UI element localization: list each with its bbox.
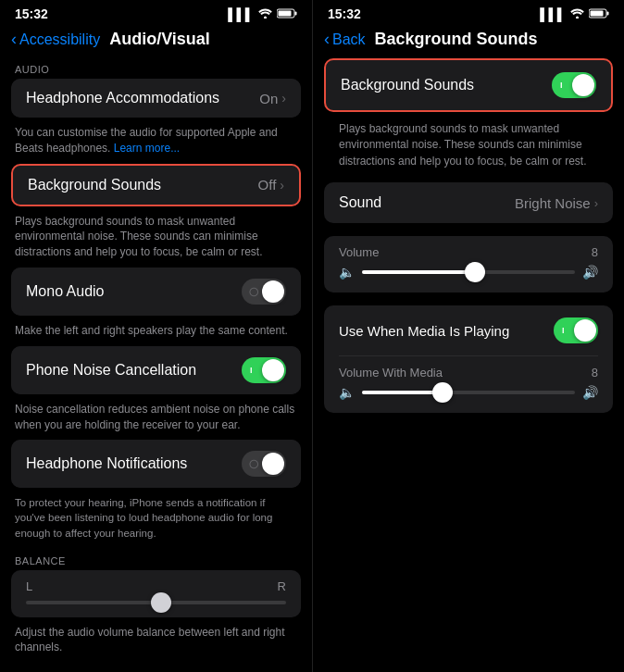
svg-point-4 <box>576 16 579 19</box>
left-panel: 15:32 ▌▌▌ ‹ Accessibility Audio/Visual A… <box>0 0 312 672</box>
headphone-notifications-card: Headphone Notifications ◯ <box>11 440 301 488</box>
volume-with-media-track[interactable] <box>362 391 575 394</box>
sound-chevron: › <box>594 196 598 210</box>
main-background-sounds-toggle[interactable]: I <box>552 72 596 98</box>
mono-audio-card: Mono Audio ◯ <box>11 268 301 316</box>
background-sounds-chevron: › <box>280 178 284 193</box>
battery-icon <box>277 7 297 21</box>
volume-with-media-value: 8 <box>592 366 598 380</box>
phone-noise-label: Phone Noise Cancellation <box>26 362 196 379</box>
volume-track[interactable] <box>362 270 575 274</box>
svg-rect-7 <box>591 10 604 16</box>
balance-label-row: L R <box>26 579 286 593</box>
svg-rect-3 <box>279 10 292 16</box>
right-back-button[interactable]: ‹ Back <box>324 30 366 49</box>
headphone-accommodations-value: On › <box>259 91 286 106</box>
volume-card: Volume 8 🔈 🔊 <box>324 236 613 292</box>
balance-container: L R <box>11 570 301 617</box>
background-sounds-value: Off › <box>258 177 284 193</box>
balance-section-header: BALANCE <box>0 548 312 570</box>
svg-rect-6 <box>607 11 609 15</box>
volume-thumb[interactable] <box>465 262 485 282</box>
left-time: 15:32 <box>15 6 48 21</box>
phone-noise-row[interactable]: Phone Noise Cancellation I <box>11 346 301 394</box>
headphone-accommodations-desc: You can customise the audio for supporte… <box>0 121 312 164</box>
volume-with-media-thumb[interactable] <box>432 382 453 403</box>
svg-point-0 <box>264 16 267 19</box>
right-wifi-icon <box>570 7 584 21</box>
background-sounds-label: Background Sounds <box>28 177 161 193</box>
right-back-label[interactable]: Back <box>332 31 366 48</box>
balance-card: L R <box>11 570 301 617</box>
headphone-accommodations-row[interactable]: Headphone Accommodations On › <box>11 79 301 118</box>
headphone-accommodations-chevron: › <box>281 91 286 106</box>
headphone-notifications-toggle[interactable]: ◯ <box>242 451 286 477</box>
headphone-notifications-row[interactable]: Headphone Notifications ◯ <box>11 440 301 488</box>
balance-left-label: L <box>26 579 32 593</box>
left-back-label[interactable]: Accessibility <box>19 31 100 48</box>
right-page-desc: Plays background sounds to mask unwanted… <box>324 118 613 177</box>
learn-more-link[interactable]: Learn more... <box>114 142 180 155</box>
wifi-icon <box>258 7 272 21</box>
balance-thumb[interactable] <box>151 592 171 613</box>
svg-rect-2 <box>295 11 297 15</box>
volume-label-row: Volume 8 <box>339 245 598 259</box>
left-back-chevron: ‹ <box>11 30 17 49</box>
right-signal-icon: ▌▌▌ <box>540 7 566 21</box>
volume-container: Volume 8 🔈 🔊 <box>324 236 613 292</box>
mono-audio-toggle[interactable]: ◯ <box>242 279 286 305</box>
mono-audio-row[interactable]: Mono Audio ◯ <box>11 268 301 316</box>
use-when-media-card: Use When Media Is Playing I Volume With … <box>324 305 613 413</box>
phone-noise-toggle[interactable]: I <box>242 357 286 383</box>
background-sounds-desc: Plays background sounds to mask unwanted… <box>0 210 312 268</box>
left-status-bar: 15:32 ▌▌▌ <box>0 0 312 26</box>
right-time: 15:32 <box>328 6 361 21</box>
background-sounds-card: Background Sounds Off › <box>11 164 301 206</box>
volume-with-media-high-icon: 🔊 <box>582 385 598 400</box>
volume-with-media-label-row: Volume With Media 8 <box>339 366 598 380</box>
headphone-notifications-desc: To protect your hearing, iPhone sends a … <box>0 492 312 547</box>
mono-audio-desc: Make the left and right speakers play th… <box>0 319 312 346</box>
volume-high-icon: 🔊 <box>582 265 598 280</box>
main-toggle-label: Background Sounds <box>341 77 474 93</box>
left-status-icons: ▌▌▌ <box>228 7 297 21</box>
signal-icon: ▌▌▌ <box>228 7 254 21</box>
volume-with-media-fill <box>362 391 443 394</box>
left-nav-bar: ‹ Accessibility Audio/Visual <box>0 26 312 56</box>
volume-slider-row: 🔈 🔊 <box>339 265 598 280</box>
right-nav-bar: ‹ Back Background Sounds <box>313 26 624 56</box>
volume-value: 8 <box>592 245 598 259</box>
volume-with-media-slider-row: 🔈 🔊 <box>339 385 598 400</box>
right-status-bar: 15:32 ▌▌▌ <box>313 0 624 26</box>
use-when-media-row[interactable]: Use When Media Is Playing I <box>324 305 613 355</box>
left-back-button[interactable]: ‹ Accessibility <box>11 30 100 49</box>
volume-label: Volume <box>339 245 379 259</box>
phone-noise-desc: Noise cancellation reduces ambient noise… <box>0 398 312 441</box>
use-when-media-label: Use When Media Is Playing <box>339 323 509 339</box>
main-toggle-card: Background Sounds I <box>324 58 613 112</box>
right-panel: 15:32 ▌▌▌ ‹ Back Background Sounds Backg… <box>312 0 624 672</box>
sound-row[interactable]: Sound Bright Noise › <box>324 182 613 223</box>
main-toggle-row[interactable]: Background Sounds I <box>326 60 611 110</box>
right-page-title: Background Sounds <box>375 30 538 49</box>
balance-track[interactable] <box>26 601 286 604</box>
volume-with-media-container: Volume With Media 8 🔈 🔊 <box>324 356 613 413</box>
mono-audio-label: Mono Audio <box>26 283 105 300</box>
volume-low-icon: 🔈 <box>339 265 355 280</box>
balance-right-label: R <box>278 579 286 593</box>
volume-fill <box>362 270 475 274</box>
left-page-title: Audio/Visual <box>109 30 210 49</box>
right-battery-icon <box>589 7 609 21</box>
phone-noise-card: Phone Noise Cancellation I <box>11 346 301 394</box>
use-when-media-toggle[interactable]: I <box>554 317 598 343</box>
audio-section-header: AUDIO <box>0 56 312 79</box>
sound-value: Bright Noise › <box>515 195 598 211</box>
headphone-accommodations-card: Headphone Accommodations On › <box>11 79 301 118</box>
volume-with-media-label: Volume With Media <box>339 366 443 380</box>
balance-desc: Adjust the audio volume balance between … <box>0 621 312 664</box>
headphone-accommodations-label: Headphone Accommodations <box>26 90 219 106</box>
sound-card: Sound Bright Noise › <box>324 182 613 223</box>
right-status-icons: ▌▌▌ <box>540 7 609 21</box>
background-sounds-row[interactable]: Background Sounds Off › <box>13 166 299 205</box>
volume-with-media-low-icon: 🔈 <box>339 385 355 400</box>
